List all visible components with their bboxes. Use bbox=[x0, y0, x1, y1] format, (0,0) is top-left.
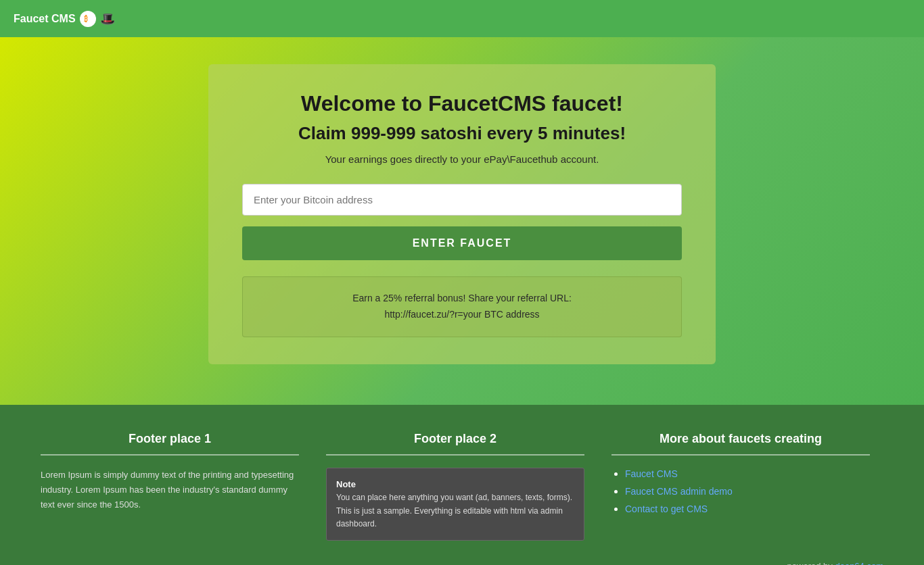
footer-divider-3 bbox=[611, 454, 870, 456]
footer-note-body: You can place here anything you want (ad… bbox=[336, 493, 572, 528]
faucet-hat-icon: 🎩 bbox=[100, 11, 115, 26]
footer-link-item-1: Faucet CMS bbox=[625, 468, 870, 480]
footer-col-2: Footer place 2 Note You can place here a… bbox=[313, 432, 598, 541]
footer-divider-1 bbox=[41, 454, 299, 456]
referral-line1: Earn a 25% referral bonus! Share your re… bbox=[352, 293, 572, 303]
footer-col3-title: More about faucets creating bbox=[611, 432, 870, 446]
referral-box: Earn a 25% referral bonus! Share your re… bbox=[242, 276, 682, 337]
footer-columns: Footer place 1 Lorem Ipsum is simply dum… bbox=[41, 432, 883, 541]
powered-by-text: powered by bbox=[787, 561, 833, 565]
footer-col2-title: Footer place 2 bbox=[326, 432, 584, 446]
referral-url: http://faucet.zu/?r=your BTC address bbox=[384, 309, 539, 320]
powered-by-link[interactable]: deep64.com bbox=[835, 561, 883, 565]
card-subtitle-earnings: Your earnings goes directly to your ePay… bbox=[242, 153, 682, 165]
card-subtitle-claim: Claim 999-999 satoshi every 5 minutes! bbox=[242, 123, 682, 144]
footer-col-1: Footer place 1 Lorem Ipsum is simply dum… bbox=[41, 432, 313, 541]
footer-col1-body: Lorem Ipsum is simply dummy text of the … bbox=[41, 468, 299, 512]
footer-note-title: Note bbox=[336, 479, 356, 489]
footer-col1-title: Footer place 1 bbox=[41, 432, 299, 446]
footer-divider-2 bbox=[326, 454, 584, 456]
footer-link-faucet-cms[interactable]: Faucet CMS bbox=[625, 468, 678, 479]
footer-col-3: More about faucets creating Faucet CMS F… bbox=[598, 432, 883, 541]
footer-link-contact[interactable]: Contact to get CMS bbox=[625, 503, 708, 514]
main-card: Welcome to FaucetCMS faucet! Claim 999-9… bbox=[208, 64, 716, 364]
footer-link-item-2: Faucet CMS admin demo bbox=[625, 485, 870, 497]
svg-text:₿: ₿ bbox=[84, 15, 88, 23]
header: Faucet CMS ₿ 🎩 bbox=[0, 0, 924, 37]
footer-note-box: Note You can place here anything you wan… bbox=[326, 468, 584, 541]
footer-link-item-3: Contact to get CMS bbox=[625, 503, 870, 515]
main-area: Welcome to FaucetCMS faucet! Claim 999-9… bbox=[0, 37, 924, 405]
bitcoin-icon: ₿ bbox=[80, 11, 96, 27]
footer-link-admin-demo[interactable]: Faucet CMS admin demo bbox=[625, 486, 733, 497]
footer-links-list: Faucet CMS Faucet CMS admin demo Contact… bbox=[611, 468, 870, 515]
footer: Footer place 1 Lorem Ipsum is simply dum… bbox=[0, 405, 924, 565]
bitcoin-address-input[interactable] bbox=[242, 184, 682, 216]
card-title: Welcome to FaucetCMS faucet! bbox=[242, 91, 682, 116]
logo-text: Faucet CMS bbox=[14, 13, 76, 25]
enter-faucet-button[interactable]: ENTER FAUCET bbox=[242, 226, 682, 260]
powered-by: powered by deep64.com bbox=[41, 561, 883, 565]
logo: Faucet CMS ₿ 🎩 bbox=[14, 11, 115, 27]
